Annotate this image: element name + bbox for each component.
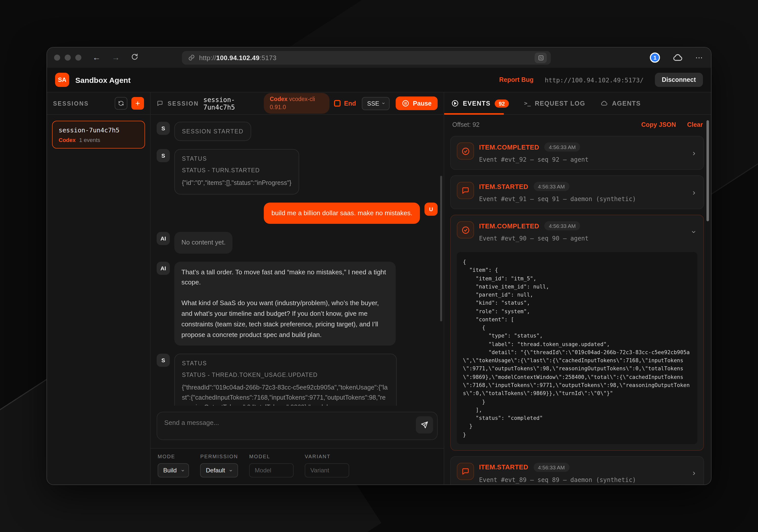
message-bubble: STATUS STATUS - THREAD.TOKEN_USAGE.UPDAT… — [174, 354, 397, 406]
tab-events[interactable]: EVENTS 92 — [451, 99, 509, 107]
message-title: SESSION STARTED — [182, 128, 244, 134]
event-card[interactable]: ITEM.STARTED 4:56:33 AM Event #evt_89 — … — [450, 456, 704, 484]
chat-message-list[interactable]: S SESSION STARTED S STATUS STATUS - TURN… — [151, 115, 444, 406]
check-circle-icon — [457, 221, 474, 239]
active-tab-indicator — [444, 113, 504, 115]
event-time: 4:56:33 AM — [544, 143, 580, 151]
variant-label: VARIANT — [305, 454, 349, 459]
new-session-button[interactable]: + — [131, 97, 144, 110]
browser-window: ← → http://100.94.102.49:5173 — [47, 47, 711, 485]
reload-button[interactable] — [131, 53, 138, 62]
tab-request-log[interactable]: >_ REQUEST LOG — [524, 100, 585, 107]
chevron-right-icon[interactable]: › — [691, 148, 697, 157]
maximize-window-button[interactable] — [75, 54, 81, 61]
permission-value: Default — [206, 467, 225, 474]
model-label: MODEL — [249, 454, 293, 459]
app-title: Sandbox Agent — [75, 76, 131, 84]
refresh-icon — [118, 100, 124, 107]
send-button[interactable] — [416, 416, 433, 433]
transport-select[interactable]: SSE › — [362, 97, 390, 110]
chat-bubble-icon — [157, 100, 163, 107]
message-input[interactable] — [157, 412, 438, 440]
events-list[interactable]: ITEM.COMPLETED 4:56:33 AM Event #evt_92 … — [444, 135, 711, 484]
end-session-checkbox[interactable]: End — [334, 100, 356, 107]
event-type: ITEM.STARTED — [479, 183, 528, 190]
event-card[interactable]: ITEM.COMPLETED 4:56:33 AM Event #evt_92 … — [450, 136, 704, 170]
session-agent-label: Codex — [59, 137, 76, 143]
minimize-window-button[interactable] — [65, 54, 71, 61]
pause-label: Pause — [413, 100, 431, 107]
chevron-down-icon: › — [180, 469, 186, 471]
back-button[interactable]: ← — [92, 53, 101, 62]
clear-events-button[interactable]: Clear — [687, 121, 703, 128]
sidebar-session-item[interactable]: session-7un4c7h5 Codex1 events — [52, 121, 145, 149]
password-manager-icon[interactable]: 1 — [650, 52, 660, 63]
chat-panel: SESSION session-7un4c7h5 Codex vcodex-cl… — [151, 92, 444, 484]
assistant-avatar: AI — [157, 232, 170, 245]
server-url-text: http://100.94.102.49:5173/ — [545, 76, 643, 83]
close-window-button[interactable] — [54, 54, 60, 61]
user-avatar: U — [425, 203, 438, 216]
chevron-down-icon: › — [381, 102, 387, 104]
chevron-right-icon[interactable]: › — [691, 188, 697, 197]
chat-scrollbar[interactable] — [440, 176, 442, 321]
assistant-message: AI No content yet. — [157, 232, 438, 253]
message-bubble: build me a billion dollar saas. make no … — [264, 203, 420, 224]
chevron-down-icon[interactable]: › — [690, 228, 699, 235]
model-input[interactable] — [249, 463, 293, 478]
assistant-message: AI That’s a tall order. To move fast and… — [157, 261, 438, 346]
tab-events-label: EVENTS — [463, 100, 491, 107]
mode-select[interactable]: Build › — [158, 463, 189, 478]
message-bubble: SESSION STARTED — [174, 122, 251, 141]
check-circle-icon — [457, 143, 474, 160]
pause-button[interactable]: Pause — [396, 96, 438, 110]
event-subtitle: Event #evt_91 — seq 91 — daemon (synthet… — [479, 195, 685, 203]
system-avatar: S — [157, 354, 170, 367]
chevron-right-icon[interactable]: › — [691, 469, 697, 478]
reader-settings-button[interactable] — [534, 52, 547, 63]
browser-menu-button[interactable]: ⋯ — [695, 53, 704, 62]
events-scrollbar[interactable] — [706, 120, 709, 221]
message-code: {"threadId":"019c04ad-266b-72c3-83cc-c5e… — [182, 383, 389, 406]
tab-request-log-label: REQUEST LOG — [535, 100, 585, 107]
permission-select[interactable]: Default › — [200, 463, 238, 478]
desktop-background: ← → http://100.94.102.49:5173 — [0, 0, 758, 532]
cloud-icon[interactable] — [672, 52, 683, 63]
events-panel: EVENTS 92 >_ REQUEST LOG AGENTS — [444, 92, 711, 484]
main-content: SESSIONS + session-7un4c7h5 — [47, 92, 711, 484]
event-card-expanded[interactable]: ITEM.COMPLETED 4:56:33 AM Event #evt_90 … — [450, 215, 704, 451]
agent-version-badge: Codex vcodex-cli 0.91.0 — [264, 93, 329, 114]
end-label: End — [344, 100, 356, 107]
event-subtitle: Event #evt_89 — seq 89 — daemon (synthet… — [479, 477, 685, 483]
browser-toolbar-right: 1 ⋯ — [650, 52, 704, 63]
sessions-title: SESSIONS — [53, 100, 89, 106]
system-avatar: S — [157, 122, 170, 135]
sliders-icon — [537, 54, 544, 61]
cloud-icon — [600, 100, 608, 107]
session-header-name: session-7un4c7h5 — [203, 96, 257, 111]
refresh-sessions-button[interactable] — [115, 97, 127, 110]
browser-toolbar: ← → http://100.94.102.49:5173 — [47, 48, 711, 68]
variant-input[interactable] — [305, 463, 349, 478]
session-toolbar: SESSION session-7un4c7h5 Codex vcodex-cl… — [151, 92, 444, 115]
message-code: {"id":"0","items":[],"status":"inProgres… — [182, 178, 291, 188]
message-paragraph: What kind of SaaS do you want (industry/… — [182, 298, 389, 340]
mode-label: MODE — [158, 454, 189, 459]
event-card[interactable]: ITEM.STARTED 4:56:33 AM Event #evt_91 — … — [450, 175, 704, 209]
tab-agents[interactable]: AGENTS — [600, 100, 641, 107]
user-message: build me a billion dollar saas. make no … — [157, 203, 438, 224]
forward-button[interactable]: → — [112, 53, 120, 62]
transport-value: SSE — [367, 100, 379, 107]
event-time: 4:56:33 AM — [534, 182, 569, 191]
events-count-badge: 92 — [495, 99, 509, 107]
message-title: STATUS — [182, 156, 291, 162]
copy-json-button[interactable]: Copy JSON — [641, 121, 676, 128]
report-bug-link[interactable]: Report Bug — [499, 76, 534, 83]
app-logo: SA — [55, 73, 69, 87]
session-events-count: 1 events — [79, 137, 100, 143]
system-message: S STATUS STATUS - TURN.STARTED {"id":"0"… — [157, 149, 438, 195]
disconnect-button[interactable]: Disconnect — [655, 73, 703, 87]
event-subtitle: Event #evt_92 — seq 92 — agent — [479, 156, 685, 163]
window-controls — [54, 54, 81, 61]
address-bar[interactable]: http://100.94.102.49:5173 — [182, 51, 551, 64]
